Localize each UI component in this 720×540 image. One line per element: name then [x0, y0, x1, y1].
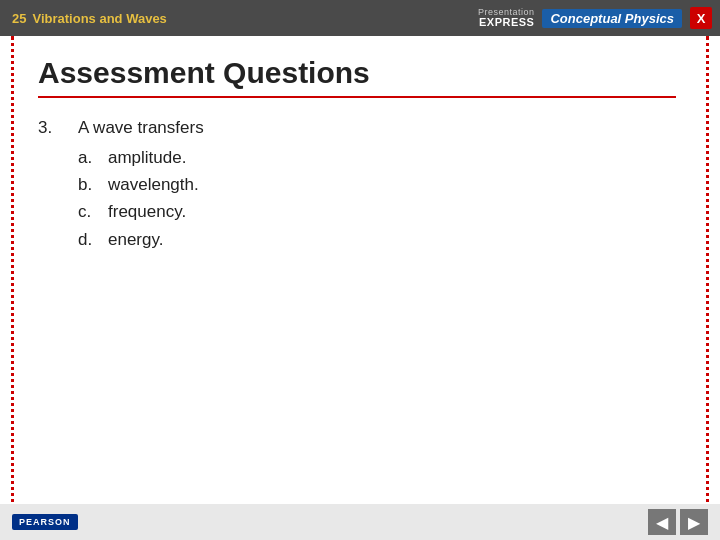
choice-letter: d. [78, 226, 98, 253]
chapter-title: Vibrations and Waves [32, 11, 166, 26]
prev-arrow-button[interactable]: ◀ [648, 509, 676, 535]
question-text: A wave transfers [78, 118, 204, 138]
page-title: Assessment Questions [38, 56, 676, 98]
question-number: 3. [38, 118, 62, 253]
choice-letter: a. [78, 144, 98, 171]
main-content: Assessment Questions 3. A wave transfers… [0, 36, 720, 540]
chapter-number: 25 [12, 11, 26, 26]
answer-choice: a.amplitude. [78, 144, 204, 171]
close-button[interactable]: X [690, 7, 712, 29]
choice-text: amplitude. [108, 144, 186, 171]
question-body: A wave transfers a.amplitude.b.wavelengt… [78, 118, 204, 253]
choice-text: frequency. [108, 198, 186, 225]
left-border-decoration [0, 36, 14, 540]
answer-choice: b.wavelength. [78, 171, 204, 198]
chapter-info: 25 Vibrations and Waves [12, 11, 167, 26]
header-bar: 25 Vibrations and Waves Presentation EXP… [0, 0, 720, 36]
answer-choice: c.frequency. [78, 198, 204, 225]
choice-letter: c. [78, 198, 98, 225]
content-area: Assessment Questions 3. A wave transfers… [14, 36, 706, 540]
right-border-decoration [706, 36, 720, 540]
choice-text: wavelength. [108, 171, 199, 198]
question-block: 3. A wave transfers a.amplitude.b.wavele… [38, 118, 676, 253]
header-right: Presentation EXPRESS Conceptual Physics … [478, 7, 712, 29]
footer-bar: PEARSON ◀ ▶ [0, 504, 720, 540]
next-arrow-button[interactable]: ▶ [680, 509, 708, 535]
presentation-bottom-label: EXPRESS [479, 17, 534, 28]
answer-choice: d.energy. [78, 226, 204, 253]
brand-logo: Conceptual Physics [542, 9, 682, 28]
choice-letter: b. [78, 171, 98, 198]
navigation-arrows[interactable]: ◀ ▶ [648, 509, 708, 535]
choices-list: a.amplitude.b.wavelength.c.frequency.d.e… [78, 144, 204, 253]
presentation-express-logo: Presentation EXPRESS [478, 8, 535, 28]
pearson-logo: PEARSON [12, 514, 78, 530]
choice-text: energy. [108, 226, 163, 253]
